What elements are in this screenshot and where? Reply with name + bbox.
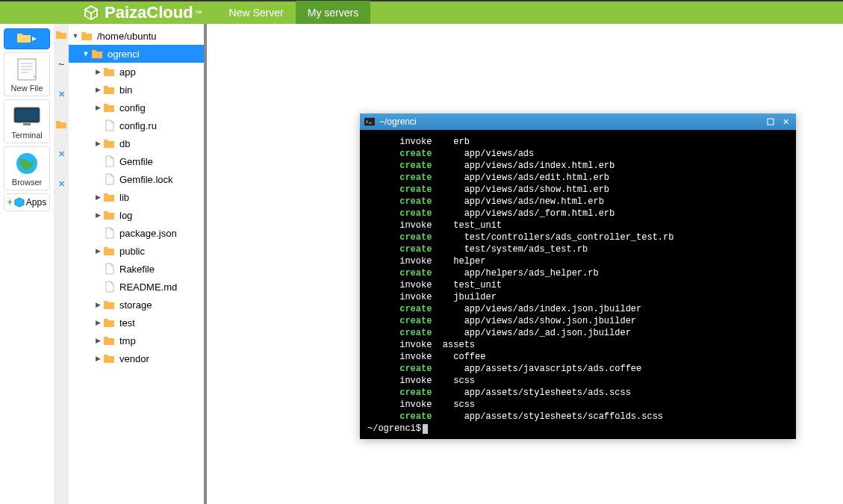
tree-item-log[interactable]: ▶log xyxy=(69,206,204,224)
tree-label: package.json xyxy=(119,228,177,239)
my-servers-button[interactable]: My servers xyxy=(296,1,370,25)
tree-label: db xyxy=(119,138,130,149)
terminal-body[interactable]: invoke erb create app/views/ads create a… xyxy=(360,130,796,439)
terminal-line: invoke erb xyxy=(367,136,788,148)
tree-item-Gemfile[interactable]: Gemfile xyxy=(69,152,204,170)
tree-item-storage[interactable]: ▶storage xyxy=(69,296,204,314)
tree-item-test[interactable]: ▶test xyxy=(69,314,204,332)
terminal-line: create app/views/ads/show.json.jbuilder xyxy=(367,315,788,327)
task-item-2[interactable]: ~ xyxy=(55,58,67,70)
globe-icon xyxy=(15,152,39,175)
arrow-icon: ▶ xyxy=(94,104,102,111)
maximize-icon xyxy=(767,118,774,125)
folder-icon xyxy=(103,138,115,149)
apps-button[interactable]: + Apps xyxy=(4,193,50,211)
browser-button[interactable]: Browser xyxy=(4,146,50,190)
tree-item-package-json[interactable]: package.json xyxy=(69,224,204,242)
terminal-line: invoke jbuilder xyxy=(367,291,788,303)
new-file-icon xyxy=(15,57,39,81)
arrow-icon: ▶ xyxy=(94,140,102,147)
tree-selected[interactable]: ▼ ogrenci xyxy=(69,45,204,63)
terminal-prompt: ~/ogrenci$ xyxy=(367,423,788,435)
arrow-icon: ▶ xyxy=(94,355,102,362)
tree-item-Rakefile[interactable]: Rakefile xyxy=(69,260,204,278)
task-close-3[interactable]: ✕ xyxy=(55,178,67,190)
tree-item-db[interactable]: ▶db xyxy=(69,134,204,152)
folder-icon xyxy=(91,49,103,59)
arrow-icon: ▶ xyxy=(94,319,102,326)
folder-icon xyxy=(81,31,93,41)
tree-label: bin xyxy=(119,84,132,96)
folder-icon xyxy=(103,84,115,95)
file-tree: ▼ /home/ubuntu ▼ ogrenci ▶app▶bin▶config… xyxy=(69,24,207,504)
trademark: ™ xyxy=(195,9,202,17)
folder-icon xyxy=(103,299,115,310)
terminal-titlebar[interactable]: ~/ogrenci ✕ xyxy=(360,113,796,130)
cursor xyxy=(423,424,428,434)
workspace: ~/ogrenci ✕ invoke erb create app/views/… xyxy=(207,24,843,504)
task-strip: ~ ✕ ✕ ✕ xyxy=(54,24,69,504)
close-icon: ✕ xyxy=(58,90,65,99)
folder-icon xyxy=(103,246,115,256)
folder-icon xyxy=(103,317,115,328)
arrow-icon: ▶ xyxy=(94,68,102,75)
file-icon xyxy=(105,227,115,239)
folder-icon xyxy=(55,119,67,129)
tree-item-README-md[interactable]: README.md xyxy=(69,278,204,296)
terminal-button[interactable]: Terminal xyxy=(4,99,50,143)
terminal-line: invoke scss xyxy=(367,375,788,387)
tree-label: vendor xyxy=(119,353,149,364)
tree-item-tmp[interactable]: ▶tmp xyxy=(69,332,204,349)
terminal-title: ~/ogrenci xyxy=(379,116,762,127)
terminal-window: ~/ogrenci ✕ invoke erb create app/views/… xyxy=(360,113,796,439)
tree-label: config.ru xyxy=(119,120,157,131)
terminal-line: create app/views/ads/_form.html.erb xyxy=(367,208,788,220)
tree-item-Gemfile-lock[interactable]: Gemfile.lock xyxy=(69,170,204,188)
maximize-button[interactable] xyxy=(765,116,777,128)
folder-icon xyxy=(103,210,115,220)
plus-icon: + xyxy=(7,197,13,208)
tree-label: storage xyxy=(119,299,152,311)
task-close-1[interactable]: ✕ xyxy=(55,88,67,100)
package-icon xyxy=(14,197,25,208)
tree-item-public[interactable]: ▶public xyxy=(69,242,204,260)
new-server-button[interactable]: New Server xyxy=(217,1,296,25)
terminal-line: create app/views/ads/index.json.jbuilder xyxy=(367,303,788,315)
task-item-1[interactable] xyxy=(55,28,67,40)
arrow-icon: ▶ xyxy=(94,193,102,201)
terminal-line: create test/controllers/ads_controller_t… xyxy=(367,231,788,243)
file-icon xyxy=(105,281,115,293)
file-icon xyxy=(105,119,115,131)
tree-item-app[interactable]: ▶app xyxy=(69,63,204,81)
svg-rect-2 xyxy=(16,109,38,121)
tree-item-bin[interactable]: ▶bin xyxy=(69,81,204,99)
tree-label: app xyxy=(119,66,136,78)
close-icon: ✕ xyxy=(783,117,789,127)
close-icon: ✕ xyxy=(58,149,65,159)
tree-label: lib xyxy=(119,192,129,203)
task-close-2[interactable]: ✕ xyxy=(55,148,67,160)
close-icon: ✕ xyxy=(58,179,65,189)
arrow-down-icon: ▼ xyxy=(82,50,90,57)
terminal-line: invoke helper xyxy=(367,255,788,267)
folder-icon xyxy=(103,353,115,364)
terminal-line: invoke coffee xyxy=(367,351,788,363)
terminal-line: create app/views/ads xyxy=(367,148,788,160)
file-explorer-button[interactable] xyxy=(4,28,50,49)
terminal-line: create app/assets/stylesheets/ads.scss xyxy=(367,387,788,399)
task-item-3[interactable] xyxy=(55,118,67,130)
terminal-line: create app/views/ads/new.html.erb xyxy=(367,196,788,208)
tree-label: test xyxy=(119,317,135,329)
new-file-button[interactable]: New File xyxy=(4,52,50,96)
tree-root[interactable]: ▼ /home/ubuntu xyxy=(69,27,204,45)
file-icon xyxy=(105,173,115,185)
file-icon xyxy=(105,155,115,167)
tree-item-lib[interactable]: ▶lib xyxy=(69,188,204,206)
tree-item-config-ru[interactable]: config.ru xyxy=(69,116,204,134)
tree-label: config xyxy=(119,102,146,113)
tree-item-vendor[interactable]: ▶vendor xyxy=(69,349,204,367)
terminal-line: create app/views/ads/show.html.erb xyxy=(367,184,788,196)
tree-item-config[interactable]: ▶config xyxy=(69,99,204,116)
close-button[interactable]: ✕ xyxy=(780,116,791,128)
svg-rect-3 xyxy=(23,123,31,125)
